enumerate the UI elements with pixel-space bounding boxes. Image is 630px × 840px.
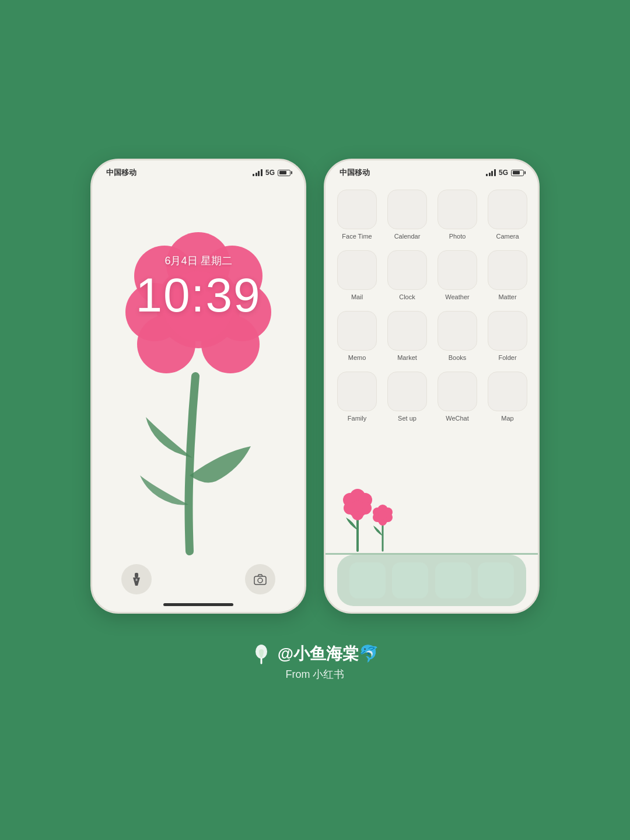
lockscreen: 中国移动 5G (92, 160, 304, 612)
dock (337, 555, 526, 606)
lockscreen-status-bar: 中国移动 5G (92, 160, 304, 181)
mail-label: Mail (351, 293, 363, 300)
lockscreen-status-right: 5G (253, 169, 290, 177)
svg-point-13 (258, 578, 262, 583)
folder-icon (488, 311, 527, 351)
map-icon (488, 372, 527, 411)
dock-icon-1[interactable] (349, 562, 386, 598)
network-label: 5G (265, 169, 275, 177)
app-map[interactable]: Map (488, 372, 527, 422)
clock-overlay: 6月4日 星期二 10:39 (92, 254, 304, 319)
calendar-icon (387, 190, 427, 229)
market-label: Market (397, 354, 417, 361)
flower-illustration (99, 178, 298, 563)
family-label: Family (348, 415, 366, 422)
credit-username: @小鱼海棠🐬 (278, 643, 379, 665)
home-flower-decoration (343, 484, 407, 554)
books-label: Books (449, 354, 467, 361)
svg-rect-12 (254, 576, 266, 584)
photo-label: Photo (449, 233, 466, 240)
app-wechat[interactable]: WeChat (438, 372, 477, 422)
app-calendar[interactable]: Calendar (387, 190, 427, 240)
wechat-label: WeChat (446, 415, 469, 422)
flashlight-button[interactable] (121, 564, 152, 594)
setup-icon (387, 372, 427, 411)
svg-point-22 (352, 500, 363, 512)
credit-icon (251, 643, 272, 664)
homescreen-status-right: 5G (486, 169, 524, 177)
app-weather[interactable]: Weather (438, 250, 477, 300)
app-market[interactable]: Market (387, 311, 427, 361)
credit-section: @小鱼海棠🐬 From 小红书 (251, 643, 379, 681)
app-folder[interactable]: Folder (488, 311, 527, 361)
homescreen-carrier: 中国移动 (340, 167, 370, 178)
app-facetime[interactable]: Face Time (337, 190, 377, 240)
folder-label: Folder (498, 354, 516, 361)
app-photo[interactable]: Photo (438, 190, 477, 240)
homescreen-network-label: 5G (499, 169, 508, 177)
time-text: 10:39 (92, 271, 304, 319)
camera-label: Camera (496, 233, 519, 240)
app-family[interactable]: Family (337, 372, 377, 422)
lock-screen-phone: 中国移动 5G (90, 159, 306, 614)
svg-rect-11 (136, 579, 138, 581)
memo-icon (337, 311, 377, 351)
home-screen-phone: 中国移动 5G (324, 159, 540, 614)
matter-label: Matter (498, 293, 516, 300)
setup-label: Set up (398, 415, 416, 422)
dock-icon-3[interactable] (435, 562, 471, 598)
date-text: 6月4日 星期二 (92, 254, 304, 268)
books-icon (438, 311, 477, 351)
map-label: Map (501, 415, 513, 422)
wechat-icon (438, 372, 477, 411)
homescreen: 中国移动 5G (326, 160, 538, 612)
facetime-icon (337, 190, 377, 229)
homescreen-signal-icon (486, 169, 496, 176)
mail-icon (337, 250, 377, 290)
facetime-label: Face Time (342, 233, 372, 240)
camera-icon (488, 190, 527, 229)
dock-icon-4[interactable] (478, 562, 514, 598)
clock-label: Clock (399, 293, 415, 300)
homescreen-battery-icon (511, 170, 524, 176)
photo-icon (438, 190, 477, 229)
phones-container: 中国移动 5G (90, 159, 540, 614)
app-clock[interactable]: Clock (387, 250, 427, 300)
app-books[interactable]: Books (438, 311, 477, 361)
app-grid: Face Time Calendar Photo Camera Mai (326, 184, 538, 422)
homescreen-status-bar: 中国移动 5G (326, 160, 538, 181)
app-matter[interactable]: Matter (488, 250, 527, 300)
weather-label: Weather (445, 293, 469, 300)
memo-label: Memo (348, 354, 366, 361)
calendar-label: Calendar (394, 233, 421, 240)
credit-row: @小鱼海棠🐬 (251, 643, 379, 665)
app-memo[interactable]: Memo (337, 311, 377, 361)
svg-rect-9 (135, 573, 138, 578)
app-setup[interactable]: Set up (387, 372, 427, 422)
market-icon (387, 311, 427, 351)
battery-icon (278, 170, 290, 176)
matter-icon (488, 250, 527, 290)
app-camera[interactable]: Camera (488, 190, 527, 240)
home-indicator (163, 603, 233, 606)
clock-icon (387, 250, 427, 290)
lockscreen-carrier: 中国移动 (106, 167, 136, 178)
signal-icon (253, 169, 262, 176)
family-icon (337, 372, 377, 411)
lock-bottom-buttons (92, 564, 304, 594)
camera-button[interactable] (245, 564, 275, 594)
dock-icon-2[interactable] (392, 562, 428, 598)
weather-icon (438, 250, 477, 290)
svg-point-31 (378, 510, 387, 520)
credit-source: From 小红书 (286, 667, 345, 681)
app-mail[interactable]: Mail (337, 250, 377, 300)
